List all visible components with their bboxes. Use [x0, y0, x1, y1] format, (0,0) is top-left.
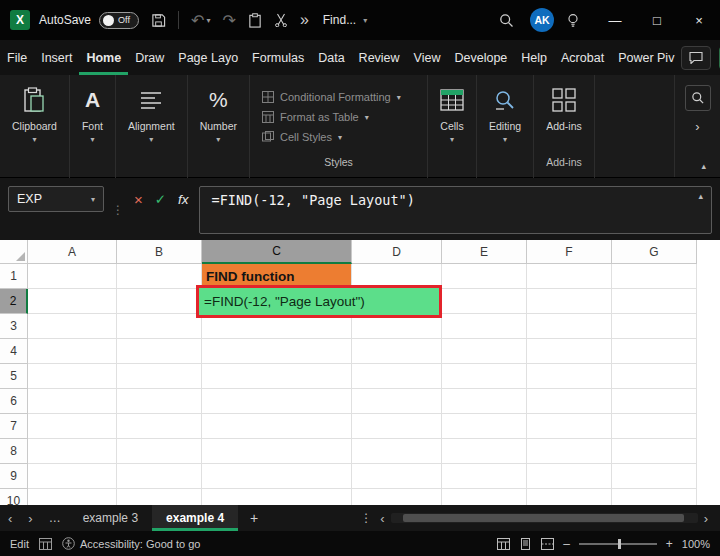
analyze-data-button[interactable] [685, 85, 711, 111]
collapse-formula-bar-button[interactable]: ▴ [698, 191, 703, 201]
menu-item-insert[interactable]: Insert [34, 40, 79, 75]
column-header-d[interactable]: D [352, 240, 442, 264]
cell-c6[interactable] [202, 389, 352, 414]
sheet-options-button[interactable]: ⋮ [360, 511, 372, 525]
cell-e7[interactable] [442, 414, 527, 439]
cell-g7[interactable] [612, 414, 697, 439]
menu-item-review[interactable]: Review [352, 40, 407, 75]
cell-d7[interactable] [352, 414, 442, 439]
ribbon-group-cells[interactable]: Cells ▾ [428, 75, 477, 178]
cell-b4[interactable] [117, 339, 202, 364]
cell-b9[interactable] [117, 464, 202, 489]
cell-f3[interactable] [527, 314, 612, 339]
format-as-table-button[interactable]: Format as Table ▾ [262, 107, 369, 127]
column-header-g[interactable]: G [612, 240, 697, 264]
formula-bar-handle[interactable]: ⋮ [112, 186, 124, 234]
cell-g1[interactable] [612, 264, 697, 289]
conditional-formatting-button[interactable]: Conditional Formatting ▾ [262, 87, 401, 107]
cell-a9[interactable] [28, 464, 117, 489]
cell-e6[interactable] [442, 389, 527, 414]
cell-b2[interactable] [117, 289, 202, 314]
comments-button[interactable] [681, 46, 711, 70]
annotated-cell-c2[interactable]: =FIND(-12, "Page Layout") [196, 285, 442, 318]
menu-item-view[interactable]: View [407, 40, 448, 75]
menu-item-power-pivot[interactable]: Power Piv [611, 40, 681, 75]
row-header-4[interactable]: 4 [0, 339, 28, 364]
column-header-f[interactable]: F [527, 240, 612, 264]
prev-sheet-button[interactable]: ‹ [0, 511, 20, 526]
cell-b6[interactable] [117, 389, 202, 414]
row-header-1[interactable]: 1 [0, 264, 28, 289]
menu-item-home[interactable]: Home [79, 40, 128, 75]
cell-f2[interactable] [527, 289, 612, 314]
cancel-entry-button[interactable]: × [134, 191, 143, 208]
cell-b5[interactable] [117, 364, 202, 389]
cell-c7[interactable] [202, 414, 352, 439]
page-layout-view-icon[interactable] [519, 538, 532, 550]
ribbon-group-alignment[interactable]: Alignment ▾ [116, 75, 188, 178]
cell-d8[interactable] [352, 439, 442, 464]
formula-input[interactable]: =FIND(-12, "Page Layout") ▴ [199, 186, 712, 234]
column-header-b[interactable]: B [117, 240, 202, 264]
cell-b7[interactable] [117, 414, 202, 439]
select-all-corner[interactable] [0, 240, 28, 264]
cell-c5[interactable] [202, 364, 352, 389]
scroll-right-icon[interactable]: › [702, 511, 710, 526]
insert-function-button[interactable]: fx [178, 192, 189, 207]
row-header-3[interactable]: 3 [0, 314, 28, 339]
column-header-c[interactable]: C [202, 240, 352, 264]
ribbon-group-editing[interactable]: Editing ▾ [477, 75, 534, 178]
menu-item-file[interactable]: File [0, 40, 34, 75]
name-box[interactable]: EXP ▾ [8, 186, 104, 212]
menu-item-help[interactable]: Help [514, 40, 554, 75]
next-sheet-button[interactable]: › [20, 511, 40, 526]
new-sheet-button[interactable]: + [238, 510, 270, 526]
paste-button[interactable] [248, 13, 262, 28]
cell-f7[interactable] [527, 414, 612, 439]
cell-g6[interactable] [612, 389, 697, 414]
cell-c8[interactable] [202, 439, 352, 464]
cell-f9[interactable] [527, 464, 612, 489]
sheet-tab-example-3[interactable]: example 3 [69, 505, 152, 531]
cell-e5[interactable] [442, 364, 527, 389]
toolbar-overflow-button[interactable]: » [300, 11, 309, 29]
menu-item-draw[interactable]: Draw [128, 40, 171, 75]
cell-d6[interactable] [352, 389, 442, 414]
cell-f4[interactable] [527, 339, 612, 364]
ribbon-more-button[interactable]: › [695, 119, 699, 134]
sheet-tab-example-4[interactable]: example 4 [152, 505, 238, 531]
autosave-toggle[interactable]: Off [99, 12, 139, 29]
scrollbar-track[interactable] [391, 513, 698, 523]
cell-a1[interactable] [28, 264, 117, 289]
menu-item-data[interactable]: Data [311, 40, 351, 75]
cell-a5[interactable] [28, 364, 117, 389]
cell-d5[interactable] [352, 364, 442, 389]
cell-b3[interactable] [117, 314, 202, 339]
cell-f6[interactable] [527, 389, 612, 414]
all-sheets-button[interactable]: … [41, 511, 69, 525]
cell-e9[interactable] [442, 464, 527, 489]
cell-g8[interactable] [612, 439, 697, 464]
scrollbar-thumb[interactable] [403, 514, 684, 522]
column-header-a[interactable]: A [28, 240, 117, 264]
cell-f1[interactable] [527, 264, 612, 289]
cell-a6[interactable] [28, 389, 117, 414]
save-button[interactable] [151, 13, 166, 28]
cell-b1[interactable] [117, 264, 202, 289]
row-header-5[interactable]: 5 [0, 364, 28, 389]
row-header-9[interactable]: 9 [0, 464, 28, 489]
horizontal-scrollbar[interactable]: ‹ › [378, 511, 710, 526]
zoom-level[interactable]: 100% [682, 538, 710, 550]
cell-styles-button[interactable]: Cell Styles ▾ [262, 127, 342, 147]
zoom-slider-knob[interactable] [618, 539, 621, 549]
cell-a2[interactable] [28, 289, 117, 314]
cell-e4[interactable] [442, 339, 527, 364]
cell-d4[interactable] [352, 339, 442, 364]
cell-e2[interactable] [442, 289, 527, 314]
cell-g5[interactable] [612, 364, 697, 389]
normal-view-icon[interactable] [497, 538, 510, 550]
cell-a7[interactable] [28, 414, 117, 439]
cell-e8[interactable] [442, 439, 527, 464]
cell-c9[interactable] [202, 464, 352, 489]
account-avatar[interactable]: AK [530, 8, 554, 32]
